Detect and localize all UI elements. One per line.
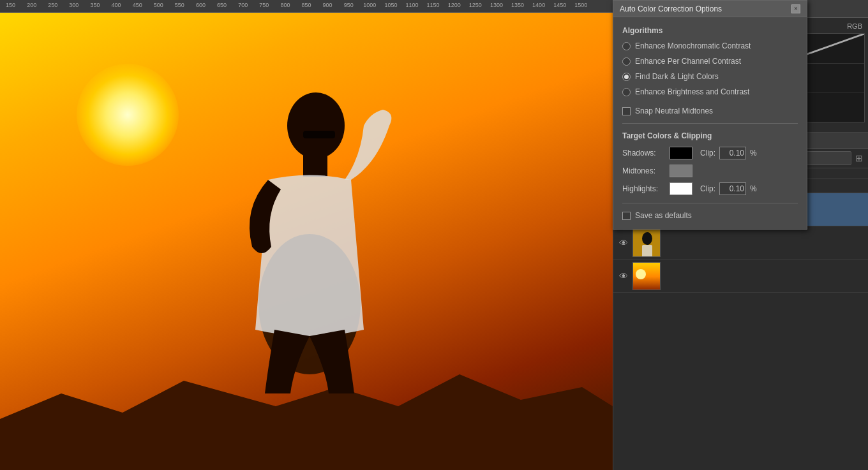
highlights-row: Highlights: Clip: % [622, 182, 798, 195]
layer-2-visibility[interactable]: 👁 [618, 238, 629, 248]
radio-finddarklightcolors-label: Find Dark & Light Colors [635, 72, 719, 81]
dialog-title-bar: Auto Color Correction Options × [613, 1, 807, 17]
radio-mono-input[interactable] [622, 42, 631, 50]
filter-icon: ⊞ [855, 153, 863, 163]
radio-perchannel[interactable]: Enhance Per Channel Contrast [622, 57, 798, 66]
save-defaults-row[interactable]: Save as defaults [622, 211, 798, 220]
shadows-row: Shadows: Clip: % [622, 147, 798, 159]
layer-3-visibility[interactable]: 👁 [618, 271, 629, 281]
radio-mono[interactable]: Enhance Monochromatic Contrast [622, 41, 798, 50]
radio-finddarklightcolors[interactable]: Find Dark & Light Colors [622, 72, 798, 81]
save-defaults-checkbox[interactable] [622, 212, 631, 220]
highlights-label: Highlights: [622, 184, 666, 193]
radio-perchannel-label: Enhance Per Channel Contrast [635, 57, 741, 66]
layer-item-3[interactable]: 👁 [613, 260, 868, 293]
save-defaults-label: Save as defaults [635, 211, 692, 220]
snap-neutral-midtones-checkbox[interactable] [622, 107, 631, 115]
canvas-area [0, 0, 613, 470]
auto-color-correction-dialog: Auto Color Correction Options × Algorith… [613, 0, 807, 230]
midtones-label: Midtones: [622, 166, 666, 175]
highlights-clip-input[interactable] [719, 182, 746, 195]
highlights-swatch[interactable] [670, 182, 692, 195]
shadows-percent: % [750, 149, 757, 158]
algorithm-radio-group: Enhance Monochromatic Contrast Enhance P… [622, 41, 798, 96]
radio-brightness-label: Enhance Brightness and Contrast [635, 87, 749, 96]
highlights-percent: % [750, 184, 757, 193]
dialog-body: Algorithms Enhance Monochromatic Contras… [613, 17, 807, 229]
algorithms-label: Algorithms [622, 26, 798, 35]
person-silhouette [191, 62, 428, 393]
radio-perchannel-input[interactable] [622, 57, 631, 66]
svg-rect-3 [303, 151, 327, 177]
layer-3-thumb [632, 262, 661, 290]
shadows-clip-label: Clip: [700, 149, 715, 158]
midtones-row: Midtones: [622, 165, 798, 177]
sun-element [77, 64, 179, 166]
highlights-clip-label: Clip: [700, 184, 715, 193]
svg-rect-8 [642, 245, 652, 257]
dialog-title: Auto Color Correction Options [620, 4, 722, 13]
shadows-label: Shadows: [622, 149, 666, 158]
svg-point-10 [636, 269, 646, 279]
layer-item-2[interactable]: 👁 [613, 226, 868, 260]
radio-brightness[interactable]: Enhance Brightness and Contrast [622, 87, 798, 96]
target-colors-label: Target Colors & Clipping [622, 131, 798, 140]
midtones-swatch[interactable] [670, 165, 692, 177]
svg-point-2 [287, 92, 345, 159]
shadows-swatch[interactable] [670, 147, 692, 159]
radio-mono-label: Enhance Monochromatic Contrast [635, 41, 751, 50]
svg-point-7 [642, 232, 652, 245]
shadows-clip-input[interactable] [719, 147, 746, 159]
svg-rect-4 [303, 131, 335, 138]
layer-2-thumb [632, 229, 661, 257]
dialog-close-button[interactable]: × [791, 4, 800, 13]
dialog-divider [622, 123, 798, 124]
curves-rgb-label: RGB [847, 22, 862, 30]
radio-finddarklightcolors-input[interactable] [622, 73, 631, 81]
radio-brightness-input[interactable] [622, 88, 631, 96]
dialog-divider2 [622, 203, 798, 203]
snap-neutral-midtones-row[interactable]: Snap Neutral Midtones [622, 106, 798, 115]
snap-neutral-midtones-label: Snap Neutral Midtones [635, 106, 713, 115]
sunset-image [0, 13, 613, 470]
